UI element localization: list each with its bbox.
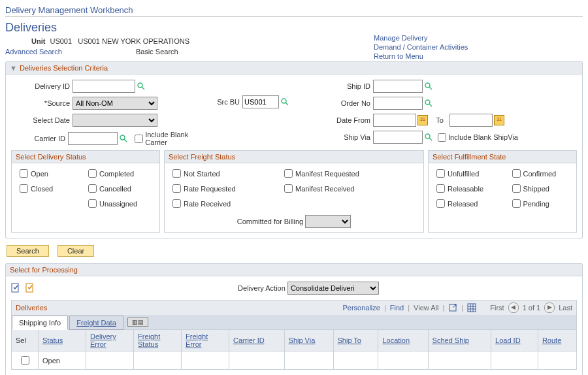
processing-group: Select for Processing Delivery Action Co… <box>5 263 583 375</box>
released-check[interactable] <box>436 199 445 208</box>
lookup-icon[interactable] <box>424 82 433 91</box>
svg-line-5 <box>286 103 288 105</box>
carrier-id-label: Carrier ID <box>11 135 65 142</box>
svg-line-11 <box>429 138 432 140</box>
prev-icon[interactable]: ◀ <box>508 302 519 313</box>
delivery-action-select[interactable]: Consolidate Deliveri <box>287 282 379 295</box>
svg-point-2 <box>120 135 125 140</box>
calendar-icon[interactable]: 31 <box>494 115 504 125</box>
date-from-input[interactable] <box>373 114 416 127</box>
section-title: Deliveries <box>5 21 374 35</box>
delivery-status-group: Select Delivery Status Open Closed Compl… <box>11 150 160 233</box>
delivery-id-label: Delivery ID <box>11 82 70 90</box>
row-sel-check[interactable] <box>21 356 29 365</box>
svg-line-9 <box>429 104 432 106</box>
lookup-icon[interactable] <box>280 97 289 106</box>
unassigned-check[interactable] <box>88 199 97 208</box>
last-link[interactable]: Last <box>559 304 572 312</box>
col-sched-ship[interactable]: Sched Ship <box>428 330 491 351</box>
unit-desc: US001 NEW YORK OPERATIONS <box>78 37 189 45</box>
grid-icon[interactable] <box>467 303 476 312</box>
unit-info: Unit US001 US001 NEW YORK OPERATIONS <box>31 37 374 45</box>
row-status: Open <box>39 351 86 370</box>
manifest-requested-check[interactable] <box>284 169 293 178</box>
rate-received-check[interactable] <box>172 199 181 208</box>
clear-button[interactable]: Clear <box>57 245 94 257</box>
zoom-icon[interactable] <box>448 303 457 312</box>
col-delivery-error[interactable]: Delivery Error <box>86 330 134 351</box>
pending-check[interactable] <box>512 199 521 208</box>
committed-select[interactable] <box>305 215 351 228</box>
date-from-label: Date From <box>318 116 370 124</box>
delivery-id-input[interactable] <box>73 80 135 93</box>
releasable-check[interactable] <box>436 184 445 193</box>
svg-point-4 <box>282 99 286 103</box>
col-carrier-id[interactable]: Carrier ID <box>229 330 285 351</box>
lookup-icon[interactable] <box>424 99 433 108</box>
basic-search-label: Basic Search <box>136 48 178 56</box>
order-no-input[interactable] <box>373 97 423 110</box>
source-select[interactable]: All Non-OM <box>73 97 157 110</box>
ship-id-input[interactable] <box>373 80 423 93</box>
col-status[interactable]: Status <box>39 330 86 351</box>
lookup-icon[interactable] <box>119 134 128 143</box>
col-freight-error[interactable]: Freight Error <box>182 330 229 351</box>
advanced-search-link[interactable]: Advanced Search <box>5 48 62 56</box>
lookup-icon[interactable] <box>424 133 433 142</box>
not-started-check[interactable] <box>172 169 181 178</box>
svg-rect-13 <box>26 284 33 292</box>
unfulfilled-check[interactable] <box>436 169 445 178</box>
col-sel: Sel <box>12 330 39 351</box>
criteria-title: Deliveries Selection Criteria <box>20 64 108 72</box>
deselect-all-icon[interactable] <box>25 283 36 293</box>
svg-point-0 <box>138 83 142 88</box>
next-icon[interactable]: ▶ <box>544 302 555 313</box>
manifest-received-check[interactable] <box>284 184 293 193</box>
carrier-id-input[interactable] <box>68 132 118 145</box>
calendar-icon[interactable]: 31 <box>417 115 428 125</box>
select-date-select[interactable] <box>73 114 157 127</box>
show-all-icon[interactable]: ▥▤ <box>127 318 148 327</box>
tab-shipping-info[interactable]: Shipping Info <box>12 316 68 330</box>
select-all-icon[interactable] <box>11 283 22 293</box>
include-blank-shipvia-check[interactable] <box>438 133 446 142</box>
search-button[interactable]: Search <box>7 245 49 257</box>
svg-point-10 <box>425 134 430 139</box>
col-route[interactable]: Route <box>538 330 576 351</box>
first-link[interactable]: First <box>490 304 504 312</box>
shipped-check[interactable] <box>512 184 521 193</box>
find-link[interactable]: Find <box>390 304 404 312</box>
open-check[interactable] <box>20 169 28 178</box>
lookup-icon[interactable] <box>137 82 146 91</box>
date-to-input[interactable] <box>449 114 493 127</box>
col-location[interactable]: Location <box>378 330 428 351</box>
freight-status-group: Select Freight Status Not Started Rate R… <box>164 150 424 233</box>
page-title: Delivery Management Workbench <box>5 5 583 17</box>
deliveries-grid: Sel Status Delivery Error Freight Status… <box>11 329 577 370</box>
view-all-link[interactable]: View All <box>414 304 438 312</box>
cancelled-check[interactable] <box>88 184 97 193</box>
grid-header: Deliveries Personalize | Find | View All… <box>11 300 577 315</box>
include-blank-shipvia-label: Include Blank ShipVia <box>448 133 518 141</box>
counter: 1 of 1 <box>523 304 541 312</box>
confirmed-check[interactable] <box>512 169 521 178</box>
ship-via-input[interactable] <box>373 131 423 144</box>
rate-requested-check[interactable] <box>172 184 181 193</box>
col-load-id[interactable]: Load ID <box>491 330 538 351</box>
tab-freight-data[interactable]: Freight Data <box>69 316 123 330</box>
svg-rect-12 <box>12 284 18 292</box>
col-freight-status[interactable]: Freight Status <box>134 330 182 351</box>
src-bu-input[interactable] <box>242 95 279 108</box>
personalize-link[interactable]: Personalize <box>342 304 380 312</box>
return-menu-link[interactable]: Return to Menu <box>374 52 583 60</box>
collapse-icon[interactable]: ▼ <box>10 64 17 72</box>
unit-label: Unit <box>31 37 45 45</box>
col-ship-to[interactable]: Ship To <box>333 330 378 351</box>
ship-id-label: Ship ID <box>318 82 370 90</box>
manage-delivery-link[interactable]: Manage Delivery <box>374 34 583 42</box>
col-ship-via[interactable]: Ship Via <box>284 330 333 351</box>
completed-check[interactable] <box>88 169 97 178</box>
demand-activities-link[interactable]: Demand / Container Activities <box>374 43 583 51</box>
include-blank-carrier-check[interactable] <box>135 135 143 143</box>
closed-check[interactable] <box>20 184 28 193</box>
